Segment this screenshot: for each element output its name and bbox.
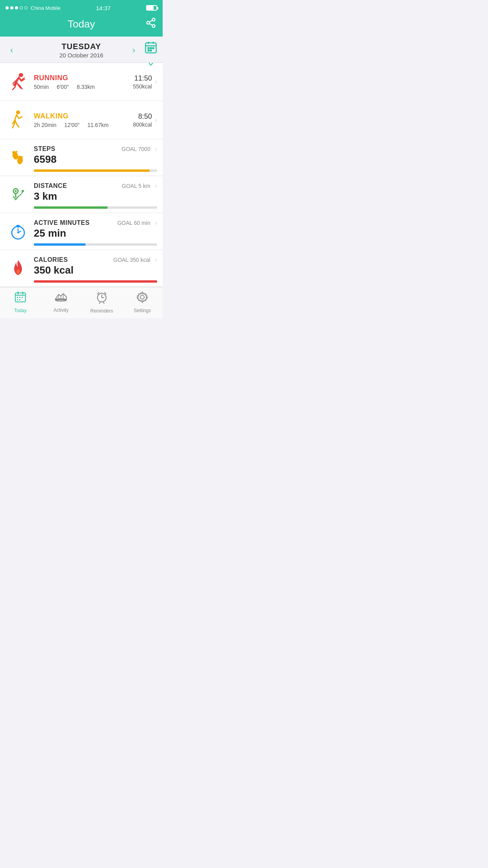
activity-nav-icon: [54, 291, 68, 306]
svg-point-20: [14, 151, 15, 153]
svg-rect-43: [17, 299, 18, 300]
signal-dot-5: [24, 6, 28, 9]
reminders-nav-label: Reminders: [90, 308, 113, 314]
calories-value: 350 kcal: [34, 264, 73, 276]
active-minutes-goal-wrap: GOAL 60 min ›: [117, 219, 157, 226]
calories-progress-bar: [34, 280, 157, 283]
svg-point-16: [16, 110, 20, 114]
walking-activity-row[interactable]: WALKING 2h 20min 12'00" 11.67km 8:50 800…: [0, 101, 163, 139]
active-minutes-progress-bar: [34, 243, 157, 246]
running-stats: 50min 6'00" 8.33km: [34, 84, 133, 90]
running-time-wrap: 11:50 550kcal: [133, 74, 152, 90]
active-minutes-chevron-icon: ›: [155, 219, 157, 226]
steps-chevron-icon: ›: [155, 145, 157, 153]
nav-activity[interactable]: Activity: [47, 291, 75, 313]
carrier-label: China Mobile: [31, 5, 61, 11]
walking-label: WALKING: [34, 112, 133, 120]
today-nav-icon: [14, 291, 27, 306]
running-distance: 8.33km: [77, 84, 95, 90]
svg-rect-11: [153, 48, 154, 49]
nav-reminders[interactable]: Reminders: [88, 291, 116, 314]
walking-kcal: 800kcal: [133, 121, 152, 128]
steps-value: 6598: [34, 153, 57, 166]
steps-goal-wrap: GOAL 7000 ›: [121, 145, 157, 153]
walking-time-wrap: 8:50 800kcal: [133, 112, 152, 128]
active-minutes-icon: [6, 219, 31, 245]
battery-indicator: [146, 5, 157, 11]
svg-rect-13: [150, 50, 152, 51]
distance-progress-fill: [34, 206, 108, 209]
date-center: TUESDAY 20 October 2016: [59, 42, 103, 59]
signal-dot-3: [15, 6, 18, 9]
steps-icon: [6, 145, 31, 171]
calories-icon: [6, 256, 31, 281]
status-bar: China Mobile 14:37: [0, 0, 163, 14]
svg-point-19: [12, 151, 14, 153]
svg-point-21: [16, 151, 17, 153]
distance-value: 3 km: [34, 190, 67, 202]
distance-chevron-icon: ›: [155, 182, 157, 189]
settings-nav-icon: [136, 291, 149, 306]
running-chevron-icon: ›: [155, 78, 157, 85]
svg-point-33: [17, 232, 19, 234]
svg-rect-35: [17, 225, 20, 226]
running-activity-row[interactable]: RUNNING 50min 6'00" 8.33km 11:50 550kcal…: [0, 63, 163, 101]
walking-icon: [6, 107, 31, 132]
signal-dot-2: [10, 6, 13, 9]
walking-time: 8:50: [133, 112, 152, 121]
active-minutes-label: ACTIVE MINUTES: [34, 219, 90, 226]
date-full: 20 October 2016: [59, 52, 103, 59]
svg-point-24: [21, 156, 23, 158]
steps-label: STEPS: [34, 145, 57, 153]
steps-goal: GOAL 7000: [121, 146, 150, 152]
nav-today[interactable]: Today: [6, 291, 35, 313]
calories-progress-fill: [34, 280, 157, 283]
steps-metric-row[interactable]: STEPS 6598 GOAL 7000 ›: [0, 139, 163, 176]
svg-rect-44: [19, 299, 20, 300]
svg-rect-12: [148, 50, 149, 51]
svg-line-49: [97, 292, 99, 294]
calories-goal-wrap: GOAL 350 kcal ›: [113, 256, 157, 263]
date-nav: ‹ TUESDAY 20 October 2016 ›: [0, 37, 163, 63]
share-button[interactable]: [145, 17, 156, 30]
calories-goal: GOAL 350 kcal: [113, 257, 150, 263]
svg-line-52: [103, 302, 104, 303]
svg-rect-9: [148, 48, 149, 49]
distance-metric-row[interactable]: DISTANCE 3 km GOAL 5 km ›: [0, 176, 163, 213]
next-day-button[interactable]: ›: [128, 44, 139, 57]
page-title: Today: [68, 18, 95, 30]
distance-goal-wrap: GOAL 5 km ›: [122, 182, 157, 189]
running-time: 11:50: [133, 74, 152, 83]
active-minutes-metric-row[interactable]: ACTIVE MINUTES 25 min GOAL 60 min ›: [0, 213, 163, 250]
svg-point-27: [22, 190, 24, 192]
prev-day-button[interactable]: ‹: [6, 44, 17, 57]
steps-progress-fill: [34, 169, 150, 172]
day-name: TUESDAY: [59, 42, 103, 51]
running-info: RUNNING 50min 6'00" 8.33km: [31, 74, 133, 90]
status-left: China Mobile: [6, 5, 61, 11]
active-minutes-info: ACTIVE MINUTES 25 min GOAL 60 min ›: [31, 219, 157, 246]
calories-chevron-icon: ›: [155, 256, 157, 263]
calendar-picker-button[interactable]: [144, 40, 158, 68]
calories-metric-row[interactable]: CALORIES 350 kcal GOAL 350 kcal ›: [0, 250, 163, 287]
svg-line-50: [105, 292, 106, 294]
svg-line-4: [149, 20, 152, 22]
distance-info: DISTANCE 3 km GOAL 5 km ›: [31, 182, 157, 209]
steps-info: STEPS 6598 GOAL 7000 ›: [31, 145, 157, 172]
nav-settings[interactable]: Settings: [128, 291, 156, 313]
svg-rect-41: [19, 297, 20, 298]
running-duration: 50min: [34, 84, 49, 90]
settings-nav-label: Settings: [134, 308, 151, 313]
running-label: RUNNING: [34, 74, 133, 82]
svg-rect-10: [150, 48, 152, 49]
distance-label: DISTANCE: [34, 182, 67, 189]
calories-info: CALORIES 350 kcal GOAL 350 kcal ›: [31, 256, 157, 283]
walking-distance: 11.67km: [87, 122, 108, 128]
svg-point-15: [19, 74, 22, 77]
header: Today: [0, 14, 163, 37]
svg-rect-40: [17, 297, 18, 298]
status-time: 14:37: [96, 5, 111, 11]
signal-dot-1: [6, 6, 9, 9]
svg-line-51: [99, 302, 100, 303]
calories-label: CALORIES: [34, 256, 73, 263]
